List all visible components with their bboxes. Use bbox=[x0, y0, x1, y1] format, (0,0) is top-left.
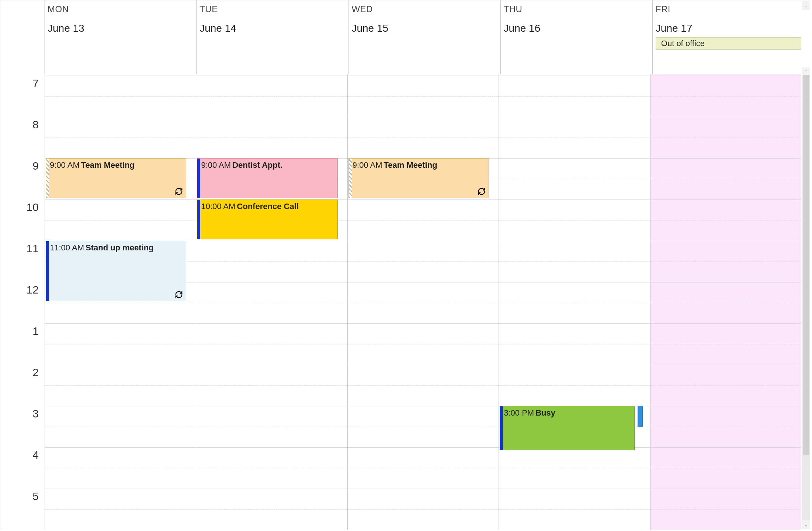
event-title: Team Meeting bbox=[81, 160, 135, 170]
hour-label: 9 bbox=[32, 160, 39, 172]
event-time: 11:00 AM bbox=[50, 243, 84, 252]
day-column-tue[interactable]: 9:00 AMDentist Appt.10:00 AMConference C… bbox=[196, 74, 347, 530]
day-header-tue[interactable]: TUE June 14 bbox=[197, 0, 348, 74]
event-time: 9:00 AM bbox=[201, 160, 231, 170]
status-stripe bbox=[46, 241, 49, 301]
dow-label: TUE bbox=[199, 4, 345, 14]
hour-label: 7 bbox=[32, 77, 39, 90]
hour-label: 11 bbox=[27, 242, 39, 255]
event-time: 3:00 PM bbox=[504, 408, 534, 417]
date-label: June 17 bbox=[656, 22, 801, 34]
status-stripe bbox=[500, 406, 503, 450]
scroll-down-top-icon[interactable]: ⌄ bbox=[802, 1, 810, 10]
day-column-thu[interactable]: 3:00 PMBusy bbox=[499, 74, 650, 530]
event-team-meeting-mon[interactable]: 9:00 AMTeam Meeting bbox=[46, 158, 186, 198]
status-stripe bbox=[197, 200, 200, 239]
recurring-icon bbox=[175, 187, 183, 195]
time-gutter-header bbox=[0, 0, 45, 74]
time-gutter: 78910111212345 bbox=[0, 74, 45, 530]
scroll-track[interactable] bbox=[802, 75, 810, 520]
event-title: Stand up meeting bbox=[86, 243, 154, 252]
event-title: Conference Call bbox=[237, 202, 299, 211]
hour-label: 5 bbox=[32, 490, 39, 503]
event-conference-call[interactable]: 10:00 AMConference Call bbox=[197, 199, 337, 239]
dow-label: MON bbox=[48, 4, 193, 14]
vertical-scrollbar[interactable]: ⌄ ⌃ ⌄ bbox=[802, 1, 810, 529]
status-stripe bbox=[349, 159, 352, 198]
calendar-week-view: MON June 13 TUE June 14 WED June 15 THU … bbox=[0, 0, 811, 530]
day-column-wed[interactable]: 9:00 AMTeam Meeting bbox=[347, 74, 499, 530]
event-time: 10:00 AM bbox=[201, 202, 235, 211]
dow-label: THU bbox=[504, 4, 649, 14]
event-title: Dentist Appt. bbox=[232, 160, 282, 170]
date-label: June 14 bbox=[199, 22, 345, 34]
event-dentist-appt[interactable]: 9:00 AMDentist Appt. bbox=[197, 158, 337, 198]
date-label: June 13 bbox=[48, 22, 193, 34]
date-label: June 16 bbox=[504, 22, 649, 34]
hour-label: 8 bbox=[32, 118, 39, 131]
recurring-icon bbox=[478, 187, 486, 195]
hour-label: 2 bbox=[32, 366, 39, 379]
event-overlay-small[interactable] bbox=[638, 406, 643, 427]
event-team-meeting-wed[interactable]: 9:00 AMTeam Meeting bbox=[348, 158, 489, 198]
dow-label: FRI bbox=[656, 4, 801, 14]
hour-label: 1 bbox=[32, 325, 39, 337]
day-header-fri[interactable]: FRI June 17 Out of office bbox=[653, 0, 811, 74]
event-time: 9:00 AM bbox=[50, 160, 80, 170]
scroll-thumb[interactable] bbox=[803, 75, 809, 455]
hour-label: 4 bbox=[32, 449, 39, 461]
hour-label: 12 bbox=[27, 284, 39, 296]
day-header-mon[interactable]: MON June 13 bbox=[45, 0, 197, 74]
ooo-background bbox=[653, 51, 811, 74]
event-title: Team Meeting bbox=[384, 160, 437, 170]
dow-label: WED bbox=[351, 4, 497, 14]
status-stripe bbox=[197, 159, 200, 198]
day-header-wed[interactable]: WED June 15 bbox=[348, 0, 500, 74]
recurring-icon bbox=[175, 291, 183, 299]
event-time: 9:00 AM bbox=[353, 160, 382, 170]
calendar-grid-body: 78910111212345 9:00 AMTeam Meeting11:00 … bbox=[0, 74, 811, 530]
event-stand-up-meeting[interactable]: 11:00 AMStand up meeting bbox=[46, 241, 186, 301]
event-busy[interactable]: 3:00 PMBusy bbox=[500, 406, 634, 450]
day-column-mon[interactable]: 9:00 AMTeam Meeting11:00 AMStand up meet… bbox=[45, 74, 196, 530]
calendar-header-row: MON June 13 TUE June 14 WED June 15 THU … bbox=[0, 0, 811, 74]
hour-label: 10 bbox=[27, 201, 39, 214]
event-title: Busy bbox=[535, 408, 555, 417]
scroll-down-icon[interactable]: ⌄ bbox=[802, 520, 810, 529]
status-stripe bbox=[46, 159, 49, 198]
hour-label: 3 bbox=[32, 407, 39, 420]
date-label: June 15 bbox=[351, 22, 497, 34]
day-header-thu[interactable]: THU June 16 bbox=[501, 0, 653, 74]
allday-event-out-of-office[interactable]: Out of office bbox=[656, 37, 801, 50]
day-column-fri[interactable] bbox=[650, 74, 801, 530]
